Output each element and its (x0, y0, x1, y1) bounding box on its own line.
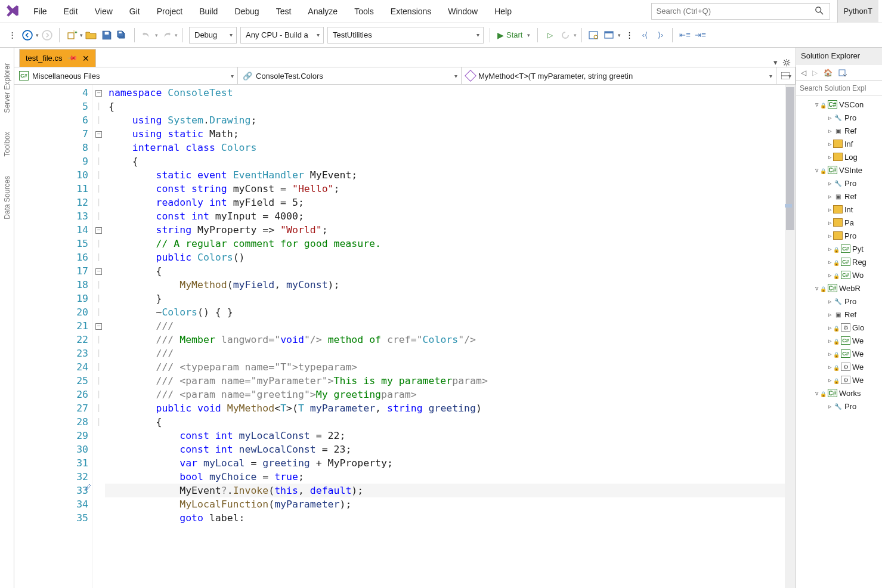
code-line[interactable]: } (105, 292, 785, 305)
start-debug-button[interactable]: ▶ Start ▾ (495, 30, 533, 40)
tree-item[interactable]: C#Wo (797, 268, 881, 281)
window-icon[interactable] (602, 28, 617, 42)
menu-build[interactable]: Build (191, 1, 226, 22)
tree-item[interactable]: ▣Ref (797, 124, 881, 137)
vertical-scrollbar[interactable] (785, 85, 796, 588)
menu-extensions[interactable]: Extensions (382, 1, 440, 22)
code-line[interactable]: using System.Drawing; (105, 113, 785, 127)
tree-item[interactable]: ⚙We (797, 373, 881, 386)
home-icon[interactable]: 🏠 (824, 69, 833, 77)
indent-icon[interactable]: ⇥≡ (693, 28, 707, 42)
refresh-button[interactable] (558, 28, 572, 42)
code-line[interactable]: /// (105, 346, 785, 360)
code-line[interactable]: /// <typeparam name="T">typeparam> (105, 360, 785, 374)
code-line[interactable]: /// (105, 319, 785, 333)
code-line[interactable]: static event EventHandler MyEvent; (105, 168, 785, 182)
server-explorer-tab[interactable]: Server Explorer (2, 60, 13, 116)
redo-button[interactable] (159, 28, 174, 42)
tree-item[interactable]: ▣Ref (797, 308, 881, 321)
code-line[interactable]: bool myChoice = true; (105, 470, 785, 484)
tree-item[interactable]: Pa (797, 216, 881, 229)
code-line[interactable]: const int newLocalConst = 23; (105, 442, 785, 456)
platform-select[interactable]: Any CPU - Build a (240, 27, 324, 44)
tree-item[interactable]: ▣Ref (797, 190, 881, 203)
global-search-input[interactable] (657, 7, 815, 16)
nav-class[interactable]: 🔗 ConsoleTest.Colors (238, 67, 462, 84)
menu-analyze[interactable]: Analyze (299, 1, 346, 22)
tree-item[interactable]: Int (797, 203, 881, 216)
tab-overflow-icon[interactable]: ▾ (773, 58, 778, 67)
code-line[interactable]: string MyProperty => "World"; (105, 223, 785, 237)
tree-project[interactable]: C#Works (797, 386, 881, 400)
code-line[interactable]: internal class Colors (105, 141, 785, 154)
format-left-icon[interactable]: ‹⟨ (637, 28, 652, 42)
gear-icon[interactable] (782, 58, 791, 67)
solution-tree[interactable]: C#VSCon🔧Pro▣RefInfLogC#VSInte🔧Pro▣RefInt… (796, 95, 882, 588)
tree-item[interactable]: C#Reg (797, 255, 881, 268)
nav-member[interactable]: MyMethod<T>(T myParameter, string greeti… (462, 67, 776, 84)
tree-project[interactable]: C#VSInte (797, 163, 881, 177)
code-line[interactable]: { (105, 154, 785, 168)
file-tab-active[interactable]: test_file.cs 📌 ✕ (19, 49, 96, 67)
startup-project-select[interactable]: TestUtilities (327, 27, 484, 44)
code-line[interactable]: { (105, 100, 785, 113)
code-line[interactable]: namespace ConsoleTest (105, 86, 785, 100)
code-line[interactable]: /// Member langword="void"/> method of c… (105, 333, 785, 346)
tree-project[interactable]: C#WebR (797, 281, 881, 295)
tree-item[interactable]: 🔧Pro (797, 400, 881, 413)
code-line[interactable]: { (105, 264, 785, 278)
code-line[interactable]: /// <param name="myParameter">This is my… (105, 374, 785, 388)
menu-help[interactable]: Help (486, 1, 520, 22)
menu-test[interactable]: Test (268, 1, 300, 22)
tree-item[interactable]: Pro (797, 229, 881, 242)
code-line[interactable]: /// <param name="greeting">My greetingpa… (105, 388, 785, 401)
close-icon[interactable]: ✕ (82, 54, 89, 63)
code-line[interactable]: using static Math; (105, 127, 785, 141)
nav-project[interactable]: C# Miscellaneous Files (14, 67, 238, 84)
scrollbar-thumb[interactable] (786, 87, 794, 230)
code-line[interactable]: const string myConst = "Hello"; (105, 182, 785, 196)
sync-icon[interactable] (838, 69, 847, 77)
code-line[interactable]: // A regular comment for good measure. (105, 237, 785, 250)
code-line[interactable]: ~Colors() { } (105, 305, 785, 319)
code-line[interactable]: MyEvent?.Invoke(this, default); (105, 484, 785, 497)
save-all-button[interactable] (115, 28, 129, 42)
tree-item[interactable]: C#We (797, 334, 881, 347)
undo-button[interactable] (140, 28, 154, 42)
start-without-debug-button[interactable]: ▷ (543, 28, 557, 42)
menu-project[interactable]: Project (148, 1, 191, 22)
menu-file[interactable]: File (25, 1, 55, 22)
menu-debug[interactable]: Debug (226, 1, 267, 22)
tree-item[interactable]: Inf (797, 137, 881, 150)
code-line[interactable]: public Colors() (105, 250, 785, 264)
code-line[interactable]: var myLocal = greeting + MyProperty; (105, 456, 785, 470)
toolbox-tab[interactable]: Toolbox (2, 128, 13, 160)
nav-split[interactable] (776, 67, 796, 84)
browse-icon[interactable] (587, 28, 601, 42)
code-line[interactable]: { (105, 415, 785, 429)
code-line[interactable]: MyMethod(myField, myConst); (105, 278, 785, 292)
global-search[interactable] (651, 3, 830, 20)
se-search[interactable] (796, 81, 882, 95)
tree-item[interactable]: 🔧Pro (797, 295, 881, 308)
tree-item[interactable]: ⚙We (797, 360, 881, 373)
format-right-icon[interactable]: ⟩› (653, 28, 667, 42)
corner-tool-label[interactable]: PythonT (837, 0, 878, 23)
se-search-input[interactable] (796, 81, 882, 95)
code-line[interactable]: const int myLocalConst = 22; (105, 429, 785, 442)
menu-window[interactable]: Window (440, 1, 486, 22)
save-button[interactable] (100, 28, 114, 42)
code-editor[interactable]: 4567891011121314151617181920212223242526… (14, 85, 796, 588)
code-line[interactable]: public void MyMethod<T>(T myParameter, s… (105, 401, 785, 415)
tree-item[interactable]: 🔧Pro (797, 177, 881, 190)
outdent-icon[interactable]: ⇤≡ (677, 28, 692, 42)
code-line[interactable]: readonly int myField = 5; (105, 196, 785, 209)
tree-item[interactable]: ⚙Glo (797, 321, 881, 334)
back-button[interactable] (20, 28, 35, 42)
tree-item[interactable]: 🔧Pro (797, 111, 881, 124)
open-folder-button[interactable] (84, 28, 98, 42)
tree-item[interactable]: Log (797, 150, 881, 163)
menu-view[interactable]: View (86, 1, 121, 22)
config-select[interactable]: Debug (189, 27, 237, 44)
back-icon[interactable]: ◁ (801, 69, 806, 77)
